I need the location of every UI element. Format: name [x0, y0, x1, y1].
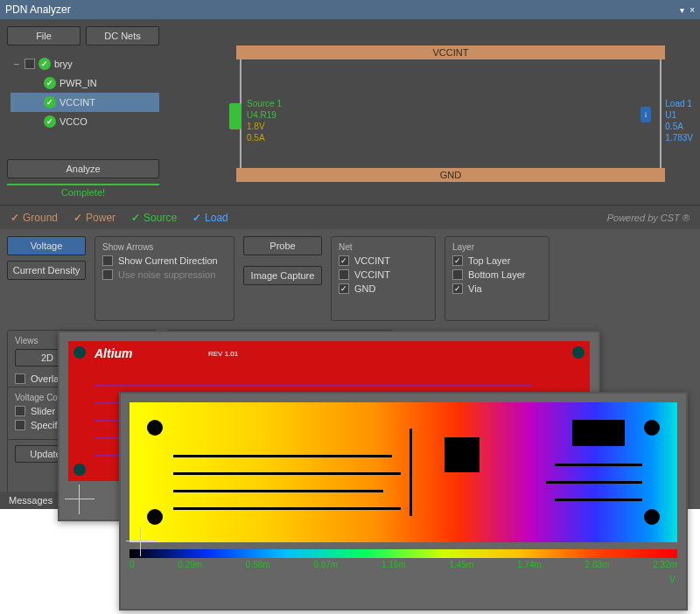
legend-load: Load: [192, 212, 228, 224]
tree-root[interactable]: − ✓ bryy: [10, 54, 159, 73]
probe-button[interactable]: Probe: [243, 236, 322, 255]
analyze-button[interactable]: Analyze: [7, 159, 159, 178]
layer-item[interactable]: Bottom Layer: [452, 269, 542, 280]
close-icon[interactable]: ×: [690, 5, 695, 15]
status-ok-icon: ✓: [38, 58, 51, 70]
net-panel: Net VCCINT VCCINT GND: [331, 236, 436, 321]
source-current: 0.5A: [247, 132, 282, 143]
collapse-icon[interactable]: −: [12, 55, 21, 73]
layer-panel: Layer Top Layer Bottom Layer Via: [444, 236, 550, 321]
voltage-toggle[interactable]: Voltage: [7, 236, 86, 255]
net-item[interactable]: VCCINT: [339, 255, 428, 266]
power-rail: VCCINT: [236, 45, 665, 59]
pcb-heatmap: [130, 402, 677, 509]
legend-power: Power: [74, 212, 116, 224]
net-tree: − ✓ bryy ✓ PWR_IN ✓ VCCINT ✓: [7, 54, 159, 131]
source-ref: U4.R19: [247, 109, 282, 121]
tree-item-label: VCCINT: [60, 94, 95, 111]
source-icon[interactable]: [229, 103, 242, 129]
load-title: Load 1: [665, 98, 693, 109]
status-ok-icon: ✓: [44, 77, 56, 89]
load-block[interactable]: Load 1 U1 0.5A 1.783V: [665, 98, 693, 143]
tree-item[interactable]: ✓ VCCINT: [10, 93, 159, 112]
brand-label: Altium: [94, 346, 133, 360]
status-ok-icon: ✓: [44, 115, 56, 128]
ground-rail: GND: [236, 168, 665, 182]
tree-item[interactable]: ✓ VCCO: [10, 112, 159, 131]
rev-label: REV 1.01: [208, 350, 238, 358]
schematic-canvas[interactable]: VCCINT GND Source 1 U4.R19 1.8V 0.5A ↓ L…: [166, 19, 700, 203]
window-title: PDN Analyzer: [5, 3, 71, 16]
powered-by: Powered by CST ®: [607, 213, 690, 223]
load-current: 0.5A: [665, 121, 693, 132]
show-current-direction[interactable]: Show Current Direction: [102, 255, 227, 266]
tree-item[interactable]: ✓ PWR_IN: [10, 73, 159, 93]
panel-header: Layer: [452, 242, 542, 252]
load-ref: U1: [665, 109, 693, 121]
title-bar: PDN Analyzer ▾ ×: [0, 0, 700, 19]
show-arrows-panel: Show Arrows Show Current Direction Use n…: [94, 236, 234, 321]
legend-ground: Ground: [10, 212, 58, 224]
load-voltage: 1.783V: [665, 132, 693, 143]
status-ok-icon: ✓: [44, 96, 56, 108]
tree-root-label: bryy: [54, 55, 73, 73]
wire: [660, 59, 662, 168]
image-capture-button[interactable]: Image Capture: [243, 266, 322, 285]
net-item[interactable]: VCCINT: [339, 269, 428, 280]
panel-header: Net: [339, 242, 428, 252]
source-block[interactable]: Source 1 U4.R19 1.8V 0.5A: [247, 98, 282, 143]
file-button[interactable]: File: [7, 26, 80, 45]
pin-icon[interactable]: ▾: [680, 5, 684, 15]
tree-item-label: PWR_IN: [60, 74, 97, 92]
pcb-view-heatmap[interactable]: 00.29m0.58m 0.87m1.16m1.45m 1.74m2.03m2.…: [119, 392, 688, 509]
tree-checkbox[interactable]: [24, 59, 35, 69]
legend-bar: Ground Power Source Load Powered by CST …: [0, 205, 700, 229]
layer-item[interactable]: Top Layer: [452, 255, 542, 266]
current-density-toggle[interactable]: Current Density: [7, 261, 86, 280]
use-noise-suppression: Use noise suppression: [102, 269, 227, 280]
dc-nets-button[interactable]: DC Nets: [86, 26, 159, 45]
analyze-status: Complete!: [7, 184, 159, 198]
layer-item[interactable]: Via: [452, 283, 542, 294]
panel-header: Show Arrows: [102, 242, 227, 252]
messages-tab[interactable]: Messages: [0, 492, 61, 509]
load-icon[interactable]: ↓: [640, 107, 651, 122]
legend-source: Source: [131, 212, 177, 224]
axes-icon: [65, 485, 94, 509]
source-voltage: 1.8V: [247, 121, 282, 132]
net-item[interactable]: GND: [339, 283, 428, 294]
tree-item-label: VCCO: [60, 113, 88, 130]
source-title: Source 1: [247, 98, 282, 109]
